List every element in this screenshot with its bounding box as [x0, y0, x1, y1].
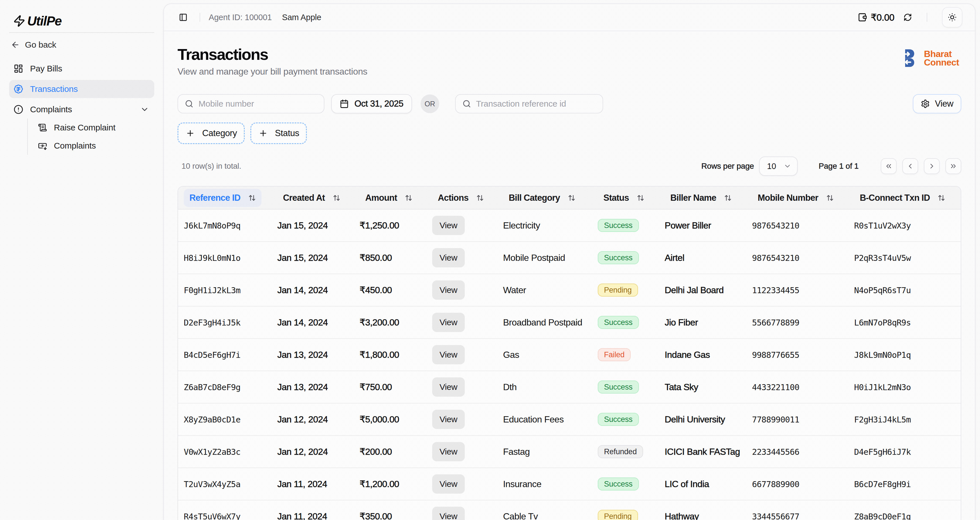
add-category-label: Category	[202, 128, 237, 138]
zap-icon	[13, 15, 25, 27]
view-button-label: View	[935, 99, 953, 109]
add-status-label: Status	[275, 128, 299, 138]
rows-per-page-select[interactable]: 10	[759, 156, 798, 176]
table-row: T2uV3wX4yZ5a Jan 11, 2024 ₹1,200.00 View…	[178, 468, 961, 500]
row-view-button[interactable]: View	[432, 474, 465, 494]
sidebar-item-transactions[interactable]: Transactions	[9, 80, 154, 98]
row-view-button[interactable]: View	[432, 216, 465, 235]
row-view-button[interactable]: View	[432, 345, 465, 364]
column-header-reference-id[interactable]: Reference ID	[184, 189, 261, 207]
app-name: UtilPe	[27, 13, 62, 29]
sidebar-item-raise-complaint[interactable]: Raise Complaint	[38, 119, 154, 137]
sidebar-item-label: Raise Complaint	[54, 123, 115, 132]
sidebar-item-label: Complaints	[30, 105, 72, 114]
or-badge: OR	[420, 94, 439, 113]
mobile-number-cell: 9876543210	[752, 221, 799, 231]
column-header-bill-category[interactable]: Bill Category	[503, 189, 581, 207]
sort-icon	[826, 194, 834, 202]
status-badge: Success	[598, 219, 639, 232]
sidebar-item-complaints-list[interactable]: Complaints	[38, 137, 154, 155]
date-value: Oct 31, 2025	[355, 99, 404, 109]
sidebar-item-label: Complaints	[54, 141, 96, 151]
column-header-status[interactable]: Status	[598, 189, 650, 207]
date-picker-button[interactable]: Oct 31, 2025	[331, 94, 412, 113]
last-page-button[interactable]	[945, 158, 961, 174]
transaction-reference-input[interactable]	[455, 94, 603, 113]
status-badge: Failed	[598, 348, 631, 361]
theme-toggle-button[interactable]	[942, 7, 963, 27]
amount-cell: ₹3,200.00	[360, 317, 399, 328]
row-view-button[interactable]: View	[432, 280, 465, 300]
mobile-number-cell: 3344556677	[752, 512, 799, 520]
previous-page-button[interactable]	[902, 158, 918, 174]
rows-per-page-value: 10	[767, 162, 776, 171]
status-badge: Success	[598, 380, 639, 394]
mobile-number-cell: 1122334455	[752, 286, 799, 295]
status-badge: Success	[598, 251, 639, 264]
add-status-filter-button[interactable]: Status	[250, 122, 307, 144]
reference-id-cell: V0wX1yZ2aB3c	[184, 447, 240, 457]
row-view-button[interactable]: View	[432, 377, 465, 397]
mobile-number-cell: 7788990011	[752, 415, 799, 425]
add-category-filter-button[interactable]: Category	[178, 122, 245, 144]
biller-name-cell: LIC of India	[665, 479, 709, 489]
first-page-button[interactable]	[881, 158, 897, 174]
row-view-button[interactable]: View	[432, 248, 465, 267]
search-icon	[463, 100, 471, 108]
arrow-left-icon	[11, 40, 20, 49]
reference-id-cell: Z6aB7cD8eF9g	[184, 382, 240, 392]
sidebar-item-pay-bills[interactable]: Pay Bills	[9, 60, 154, 78]
column-header-amount[interactable]: Amount	[360, 189, 418, 207]
column-header-actions[interactable]: Actions	[432, 189, 490, 207]
row-view-button[interactable]: View	[432, 442, 465, 461]
sidebar-item-complaints[interactable]: Complaints	[9, 100, 154, 119]
status-badge: Pending	[598, 510, 638, 520]
wallet-icon	[858, 13, 867, 22]
rows-total-label: 10 row(s) in total.	[181, 162, 241, 171]
bill-category-cell: Gas	[503, 350, 519, 360]
bill-category-cell: Broadband Postpaid	[503, 317, 582, 328]
row-view-button[interactable]: View	[432, 410, 465, 429]
table-toolbar: 10 row(s) in total. Rows per page 10 Pag…	[178, 156, 961, 176]
sidebar-subnav: Raise Complaint Complaints	[27, 119, 154, 155]
scroll-text-icon	[38, 123, 47, 132]
bconnect-txn-id-cell: L6mN7oP8qR9s	[854, 318, 911, 328]
row-view-button[interactable]: View	[432, 313, 465, 332]
layout-grid-icon	[14, 64, 23, 73]
column-header-biller-name[interactable]: Biller Name	[665, 189, 737, 207]
amount-cell: ₹850.00	[360, 253, 392, 263]
amount-cell: ₹1,800.00	[360, 350, 399, 360]
refresh-icon[interactable]	[904, 13, 912, 22]
plus-icon	[186, 129, 195, 138]
status-badge: Success	[598, 413, 639, 426]
bconnect-txn-id-cell: J8kL9mN0oP1q	[854, 350, 911, 360]
bharat-connect-logo: BharatConnect	[905, 49, 959, 67]
utilpe-app: UtilPe Go back Pay Bills Transactions	[0, 0, 980, 520]
bconnect-txn-id-cell: P2qR3sT4uV5w	[854, 253, 911, 263]
sidebar-toggle-button[interactable]	[175, 10, 191, 25]
page-indicator: Page 1 of 1	[819, 162, 859, 171]
row-view-button[interactable]: View	[432, 507, 465, 520]
column-header-bconnect-txn-id[interactable]: B-Connect Txn ID	[854, 189, 951, 207]
created-at-cell: Jan 15, 2024	[277, 220, 328, 231]
next-page-button[interactable]	[924, 158, 940, 174]
column-header-mobile-number[interactable]: Mobile Number	[752, 189, 839, 207]
created-at-cell: Jan 15, 2024	[277, 253, 328, 263]
topbar-right: ₹0.00	[858, 7, 963, 27]
mobile-number-input[interactable]	[178, 94, 325, 113]
created-at-cell: Jan 11, 2024	[277, 479, 327, 489]
chevron-down-icon	[783, 162, 791, 170]
go-back-button[interactable]: Go back	[9, 36, 154, 53]
biller-name-cell: Hathway	[665, 511, 699, 520]
column-header-created-at[interactable]: Created At	[277, 189, 346, 207]
mobile-number-cell: 9988776655	[752, 350, 799, 360]
agent-name-label: Sam Apple	[282, 13, 321, 22]
amount-cell: ₹1,250.00	[360, 220, 399, 231]
amount-cell: ₹5,000.00	[360, 414, 399, 425]
main-panel: Agent ID: 100001 Sam Apple ₹0.00 Transac…	[163, 3, 975, 520]
table-row: X8yZ9aB0cD1e Jan 12, 2024 ₹5,000.00 View…	[178, 403, 961, 436]
table-row: J6kL7mN8oP9q Jan 15, 2024 ₹1,250.00 View…	[178, 209, 961, 242]
view-settings-button[interactable]: View	[913, 94, 961, 113]
table-row: H8iJ9kL0mN1o Jan 15, 2024 ₹850.00 View M…	[178, 242, 961, 274]
reference-id-cell: R4sT5uV6wX7y	[184, 512, 240, 520]
